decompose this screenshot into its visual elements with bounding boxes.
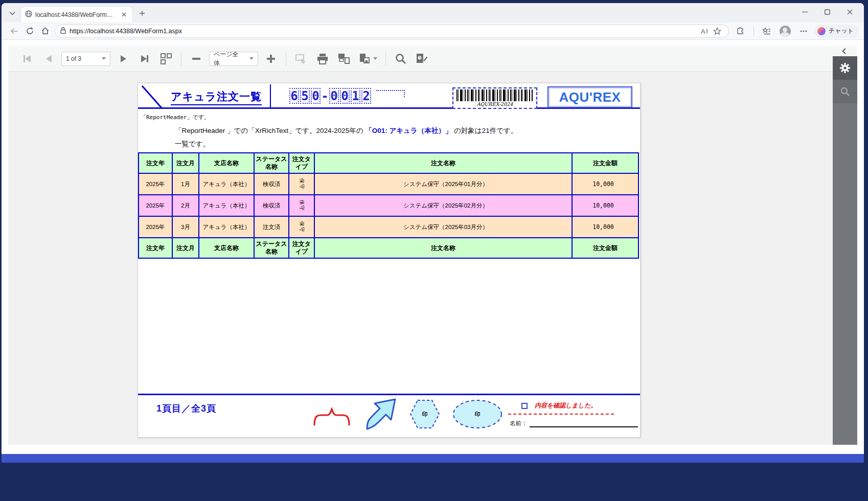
window-controls <box>793 4 861 19</box>
settings-ellipsis-icon[interactable] <box>796 24 811 38</box>
page-indicator: 1 of 3 <box>66 55 81 62</box>
cell-status: 検収済 <box>254 195 289 216</box>
rich-text-line1: 「ReportHeader 」での「XrRichText」です。2024-202… <box>175 126 517 135</box>
zoom-mode-value: ページ全体 <box>214 50 241 67</box>
bottom-blue-bar <box>2 454 864 463</box>
panel-tab-settings[interactable] <box>833 56 857 80</box>
panel-tab-search[interactable] <box>833 80 857 103</box>
cell-type: 保守 <box>289 195 314 216</box>
company-logo-text: AQU'REX <box>559 89 621 105</box>
print-page-icon[interactable] <box>335 50 353 67</box>
lock-icon <box>60 27 66 36</box>
nav-right-cluster: チャット <box>733 24 859 38</box>
multipage-view-icon[interactable] <box>157 50 175 67</box>
refresh-icon[interactable] <box>22 24 37 38</box>
report-page: アキュラ注文一覧 650-0012 AQUREX-2024 AQU'REX <box>138 83 641 438</box>
header-separator-line <box>270 84 271 108</box>
copilot-icon <box>817 27 826 35</box>
viewer-toolbar: 1 of 3 ページ全体 <box>8 46 857 72</box>
first-page-button[interactable] <box>18 50 36 67</box>
favorite-star-icon[interactable] <box>711 26 723 37</box>
print-icon[interactable] <box>314 50 331 67</box>
rich-text-suffix: の対象は21件です。 <box>452 127 517 134</box>
zoom-out-button[interactable] <box>188 50 205 67</box>
extensions-icon[interactable] <box>733 24 748 38</box>
postal-code-boxes: 650-0012 <box>289 88 372 104</box>
cell-amount: 10,000 <box>572 216 638 238</box>
read-aloud-icon[interactable]: A <box>699 26 711 37</box>
collections-icon[interactable] <box>759 24 774 38</box>
cell-year: 2025年 <box>139 195 172 216</box>
rich-text-prefix: 「ReportHeader 」での「XrRichText」です。2024-202… <box>175 127 365 134</box>
name-field: 名前： <box>510 420 638 427</box>
profile-avatar[interactable] <box>778 24 793 38</box>
cell-branch: アキュラ（本社） <box>199 216 254 238</box>
navigation-bar: https://localhost:44388/WebForm1.aspx A <box>2 22 864 40</box>
order-table: 注文年 注文月 支店名称 ステータス名称 注文タイプ 注文名称 注文金額 202… <box>138 152 639 259</box>
table-row: 2025年 2月 アキュラ（本社） 検収済 保守 システム保守（2025年02月… <box>139 195 638 216</box>
back-icon[interactable] <box>7 24 22 38</box>
minimize-button[interactable] <box>793 4 816 19</box>
col-order-year: 注文年 <box>139 153 172 173</box>
cell-type: 保守 <box>289 173 314 195</box>
col-branch-name: 支店名称 <box>199 153 254 173</box>
zoom-in-button[interactable] <box>262 50 280 67</box>
col-order-type: 注文タイプ <box>289 153 314 173</box>
table-row: 2025年 3月 アキュラ（本社） 注文済 保守 システム保守（2025年03月… <box>139 216 638 238</box>
name-underline <box>530 420 638 427</box>
cell-name: システム保守（2025年03月分） <box>314 216 572 238</box>
home-icon[interactable] <box>37 24 53 38</box>
table-footer-caption-row: 注文年 注文月 支店名称 ステータス名称 注文タイプ 注文名称 注文金額 <box>139 238 638 258</box>
cell-status: 注文済 <box>254 216 289 238</box>
browser-tab[interactable]: localhost:44388/WebForm1.aspx <box>21 7 132 22</box>
new-tab-button[interactable] <box>135 7 149 20</box>
close-button[interactable] <box>838 4 861 19</box>
rich-text-line2: 一覧です。 <box>175 140 210 149</box>
postal-dotted-line <box>376 90 405 91</box>
url-text: https://localhost:44388/WebForm1.aspx <box>70 28 182 35</box>
report-title: アキュラ注文一覧 <box>171 89 262 105</box>
zoom-mode-select[interactable]: ページ全体 <box>209 52 258 66</box>
cell-amount: 10,000 <box>572 173 638 195</box>
cell-year: 2025年 <box>139 173 172 195</box>
copilot-chat-button[interactable]: チャット <box>814 25 859 38</box>
maximize-button[interactable] <box>816 4 838 19</box>
rich-text-highlight: 「O01: アキュラ（本社）」 <box>365 127 452 134</box>
cell-name: システム保守（2025年01月分） <box>314 173 572 195</box>
report-viewer: 1 of 3 ページ全体 <box>8 46 857 445</box>
diagonal-line-shape <box>140 84 166 111</box>
caret-down-icon <box>249 57 254 60</box>
next-page-button[interactable] <box>115 50 132 67</box>
editing-fields-icon[interactable] <box>414 50 431 67</box>
cell-branch: アキュラ（本社） <box>199 195 254 216</box>
arrow-shape <box>363 397 398 432</box>
panel-collapse-chevron[interactable] <box>838 46 850 56</box>
cell-type: 保守 <box>289 216 314 238</box>
caret-down-icon <box>102 57 106 60</box>
confirm-checkbox[interactable] <box>521 403 528 409</box>
col-order-amount: 注文金額 <box>572 153 638 173</box>
barcode: AQUREX-2024 <box>452 87 537 109</box>
svg-text:A: A <box>701 28 705 35</box>
col-order-month: 注文月 <box>172 153 199 173</box>
prev-page-button[interactable] <box>40 50 57 67</box>
cell-amount: 10,000 <box>572 195 638 216</box>
name-label: 名前： <box>510 420 528 427</box>
search-icon <box>840 86 850 97</box>
caret-down-icon <box>373 57 377 60</box>
highlight-fields-icon[interactable] <box>292 50 310 67</box>
address-bar[interactable]: https://localhost:44388/WebForm1.aspx A <box>55 25 729 38</box>
page-number-select[interactable]: 1 of 3 <box>61 52 110 66</box>
tab-search-button[interactable] <box>6 7 19 20</box>
report-footer: 1頁目／全3頁 印 印 <box>138 394 640 437</box>
last-page-button[interactable] <box>136 50 153 67</box>
cell-month: 1月 <box>172 173 199 195</box>
tab-close-icon[interactable] <box>119 10 128 19</box>
page-content: 1 of 3 ページ全体 <box>2 40 864 454</box>
search-icon[interactable] <box>392 50 409 67</box>
cell-month: 3月 <box>172 216 199 238</box>
cell-status: 検収済 <box>254 173 289 195</box>
export-dropdown-button[interactable] <box>357 50 379 67</box>
tab-strip: localhost:44388/WebForm1.aspx <box>2 3 864 22</box>
document-preview-area[interactable]: アキュラ注文一覧 650-0012 AQUREX-2024 AQU'REX <box>8 72 833 445</box>
